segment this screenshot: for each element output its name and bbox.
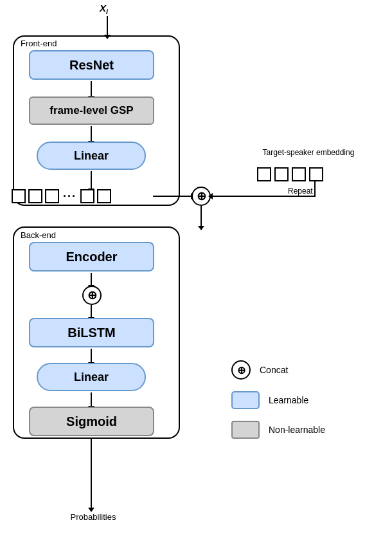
linear-frontend-block: Linear [37,142,146,170]
tse-sq-2 [274,167,289,181]
tse-line-horizontal [212,196,316,197]
arrow-gsp-linear [91,126,92,142]
arrow-encoder-concat2 [91,273,92,286]
legend-learnable-label: Learnable [269,395,308,405]
linear-backend-block: Linear [37,363,146,391]
arrow-linear-seq [91,171,92,189]
arrow-seq-concat [153,196,192,197]
seq-sq-5 [97,189,111,203]
concat-circle-backend: ⊕ [82,286,102,305]
frontend-label: Front-end [18,39,59,48]
legend-concat-label: Concat [260,365,288,375]
repeat-label: Repeat [288,187,313,196]
resnet-block: ResNet [29,50,154,80]
tse-squares [257,167,323,181]
backend-label: Back-end [18,230,58,240]
encoder-block: Encoder [29,242,154,272]
legend-nonlearnable-label: Non-learnable [269,425,325,435]
tse-sq-1 [257,167,271,181]
arrow-linear-sigmoid [91,392,92,407]
seq-dots: ··· [63,190,76,203]
bilstm-block: BiLSTM [29,318,154,347]
prob-label: Probabilities [58,512,129,522]
arrow-concat-backend [200,206,202,226]
tse-line-vertical [314,181,316,197]
tse-sq-4 [309,167,323,181]
sequence-row: ··· [12,189,111,203]
arrow-concat2-bilstm [91,305,92,318]
arrow-bilstm-linear [91,349,92,363]
arrow-resnet-gsp [91,81,92,97]
arrow-sigmoid-prob [91,437,92,508]
sigmoid-block: Sigmoid [29,407,154,436]
seq-sq-1 [12,189,26,203]
legend-learnable: Learnable [231,391,373,409]
arrow-xi-down [107,16,108,35]
tse-label: Target-speaker embedding [254,148,363,157]
seq-sq-3 [45,189,59,203]
gsp-block: frame-level GSP [29,97,154,125]
legend-learnable-icon [231,391,260,409]
tse-sq-3 [292,167,306,181]
seq-sq-4 [80,189,94,203]
legend-concat: ⊕ Concat [231,360,373,380]
legend-concat-icon: ⊕ [231,360,251,380]
architecture-diagram: Xi Front-end ResNet frame-level GSP Line… [0,0,392,543]
legend-nonlearnable: Non-learnable [231,421,373,439]
input-label: Xi [100,3,108,15]
seq-sq-2 [28,189,42,203]
legend: ⊕ Concat Learnable Non-learnable [231,360,373,450]
legend-nonlearnable-icon [231,421,260,439]
